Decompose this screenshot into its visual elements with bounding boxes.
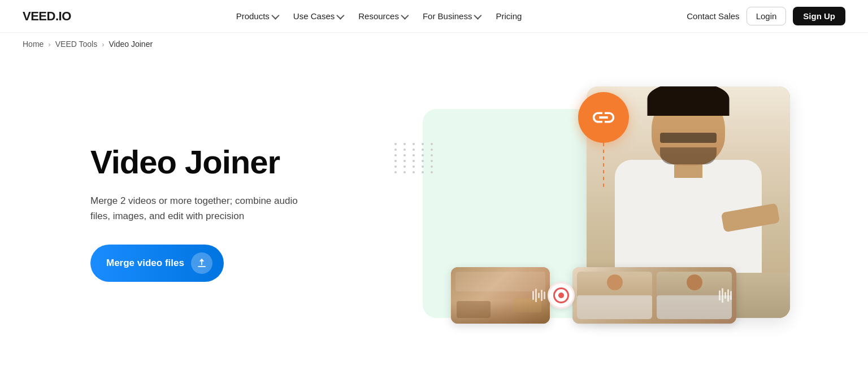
nav-pricing[interactable]: Pricing	[489, 8, 528, 24]
photo-hair	[648, 86, 730, 116]
nav-right: Contact Sales Login Sign Up	[687, 7, 845, 25]
join-dot-indicator	[548, 282, 575, 309]
link-icon	[578, 92, 629, 143]
chevron-down-icon	[474, 11, 482, 19]
audio-waveform-left	[532, 289, 545, 302]
video-thumbnail-left	[451, 267, 550, 324]
photo-beard	[660, 147, 717, 164]
nav-use-cases[interactable]: Use Cases	[287, 8, 349, 24]
hero-description: Merge 2 videos or more together; combine…	[90, 193, 305, 224]
photo-glasses	[660, 133, 717, 143]
dashed-line-connector	[603, 143, 604, 188]
hero-left: Video Joiner Merge 2 videos or more toge…	[90, 145, 328, 281]
breadcrumb-current: Video Joiner	[109, 40, 153, 49]
illustration-background	[423, 109, 784, 318]
chevron-down-icon	[401, 11, 409, 19]
contact-sales-link[interactable]: Contact Sales	[687, 11, 739, 21]
breadcrumb-separator: ›	[102, 40, 104, 49]
breadcrumb: Home › VEED Tools › Video Joiner	[0, 33, 868, 55]
logo[interactable]: VEED.IO	[23, 9, 71, 24]
page-title: Video Joiner	[90, 145, 328, 180]
nav-for-business[interactable]: For Business	[416, 8, 487, 24]
hero-illustration	[362, 106, 845, 321]
breadcrumb-separator: ›	[48, 40, 50, 49]
dot-grid-decoration	[394, 143, 440, 199]
upload-icon	[191, 252, 212, 274]
nav-links: Products Use Cases Resources For Busines…	[229, 8, 529, 24]
breadcrumb-veed-tools[interactable]: VEED Tools	[55, 40, 97, 49]
hero-section: Video Joiner Merge 2 videos or more toge…	[0, 55, 868, 383]
audio-waveform-right	[719, 288, 732, 303]
breadcrumb-home[interactable]: Home	[23, 40, 44, 49]
navbar: VEED.IO Products Use Cases Resources For…	[0, 0, 868, 33]
chevron-down-icon	[337, 11, 345, 19]
signup-button[interactable]: Sign Up	[793, 7, 845, 25]
login-button[interactable]: Login	[747, 7, 787, 25]
chevron-down-icon	[271, 11, 279, 19]
thumbnails-row	[451, 267, 756, 324]
nav-products[interactable]: Products	[229, 8, 284, 24]
video-thumbnail-right	[572, 267, 736, 324]
nav-resources[interactable]: Resources	[351, 8, 414, 24]
merge-video-files-button[interactable]: Merge video files	[90, 245, 224, 282]
